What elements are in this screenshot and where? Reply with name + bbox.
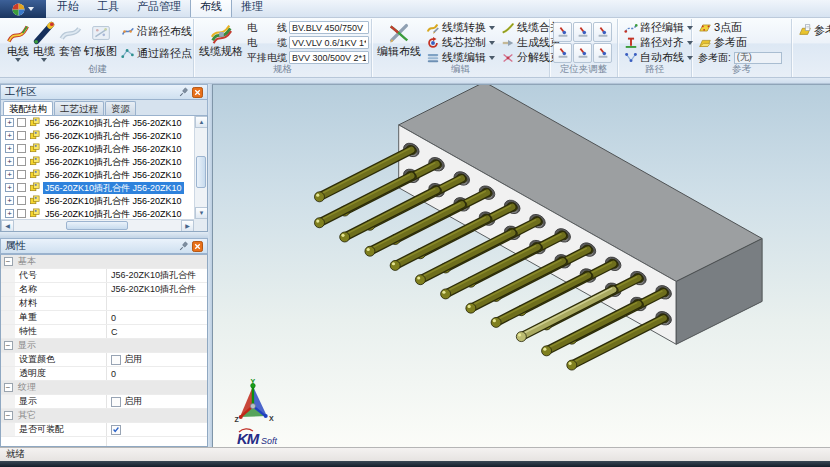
reference-plane-field[interactable] (734, 52, 782, 64)
connector-pin[interactable] (314, 170, 418, 228)
wire-spec-input[interactable] (289, 21, 369, 34)
pin-icon[interactable] (178, 87, 189, 98)
tab-布线[interactable]: 布线 (190, 0, 232, 17)
tree-expander-icon[interactable]: + (5, 170, 14, 179)
property-row[interactable]: 特性C (1, 325, 207, 339)
tree-row[interactable]: +J56-20ZK10插孔合件 J56-20ZK10 (1, 181, 207, 194)
connector-pin[interactable] (415, 227, 519, 285)
connector-pin[interactable] (340, 184, 444, 242)
pegboard-button[interactable]: 钉板图 (83, 20, 118, 65)
app-menu-button[interactable] (0, 0, 46, 18)
property-value[interactable]: 0 (107, 367, 207, 380)
through-path-points-button[interactable]: 通过路径点 (119, 47, 194, 61)
cable-convert-button[interactable]: 线缆转换 (424, 21, 497, 35)
collapse-icon[interactable]: − (4, 257, 13, 266)
tree-row[interactable]: +J56-20ZK10插孔合件 J56-20ZK10 (1, 116, 207, 129)
scroll-down-icon[interactable]: ▼ (195, 207, 208, 219)
collapse-icon[interactable]: − (4, 341, 13, 350)
cable-spec-button[interactable]: 线缆规格 (197, 20, 245, 65)
tree-row[interactable]: +J56-20ZK10插孔合件 J56-20ZK10 (1, 142, 207, 155)
horizontal-scroll-thumb[interactable] (66, 221, 128, 230)
connector-pin[interactable] (390, 212, 494, 270)
properties-pin-icon[interactable] (178, 241, 189, 252)
property-row[interactable]: 设置颜色启用 (1, 353, 207, 367)
tree-expander-icon[interactable]: + (5, 118, 14, 127)
connector-pin[interactable] (516, 283, 620, 341)
property-row[interactable]: 是否可装配 (1, 423, 207, 437)
property-value[interactable] (107, 297, 207, 310)
property-row[interactable]: 单重0 (1, 311, 207, 325)
property-row[interactable]: 材料 (1, 297, 207, 311)
tree-checkbox[interactable] (17, 183, 26, 192)
scroll-up-icon[interactable]: ▲ (195, 116, 208, 128)
property-row[interactable]: 代号J56-20ZK10插孔合件 (1, 269, 207, 283)
property-category[interactable]: −显示 (1, 339, 207, 353)
property-value[interactable]: 启用 (107, 353, 207, 366)
workspace-tab-工艺过程[interactable]: 工艺过程 (54, 101, 104, 115)
connector-pin[interactable] (441, 241, 545, 299)
properties-close-icon[interactable] (192, 241, 203, 252)
clamp-button-3[interactable] (593, 22, 612, 42)
collapse-icon[interactable]: − (4, 411, 13, 420)
tab-工具[interactable]: 工具 (88, 0, 128, 17)
tree-checkbox[interactable] (17, 118, 26, 127)
connector-pin[interactable] (542, 298, 646, 356)
tree-checkbox[interactable] (17, 157, 26, 166)
3d-scene[interactable]: YZXKMSoft (213, 85, 830, 447)
reference-plane-button[interactable]: 参考面 (696, 36, 782, 50)
cable-spec-input[interactable] (289, 36, 369, 49)
connector-pin[interactable] (365, 198, 469, 256)
tree-vertical-scrollbar[interactable]: ▲ ▼ (194, 116, 207, 219)
workspace-tab-资源[interactable]: 资源 (105, 101, 136, 115)
path-align-button[interactable]: 路径对齐 (622, 36, 695, 50)
checkbox[interactable] (111, 425, 121, 435)
tree-expander-icon[interactable]: + (5, 183, 14, 192)
tree-checkbox[interactable] (17, 170, 26, 179)
tree-expander-icon[interactable]: + (5, 144, 14, 153)
checkbox[interactable] (111, 355, 121, 365)
clamp-button-4[interactable] (553, 43, 572, 63)
clamp-button-5[interactable] (573, 43, 592, 63)
viewport-3d[interactable]: YZXKMSoft (212, 84, 830, 447)
property-value[interactable]: J56-20ZK10插孔合件 (107, 269, 207, 282)
scroll-left-icon[interactable]: ◀ (1, 220, 14, 232)
tree-checkbox[interactable] (17, 196, 26, 205)
path-edit-button[interactable]: 路径编辑 (622, 21, 695, 35)
connector-pin[interactable] (567, 312, 671, 370)
tree-checkbox[interactable] (17, 209, 26, 218)
property-value[interactable]: J56-20ZK10插孔合件 (107, 283, 207, 296)
connector-pin[interactable] (491, 269, 595, 327)
tree-checkbox[interactable] (17, 131, 26, 140)
clamp-button-6[interactable] (593, 43, 612, 63)
tree-expander-icon[interactable]: + (5, 196, 14, 205)
wire-button[interactable]: 电线 (5, 20, 31, 65)
tree-expander-icon[interactable]: + (5, 157, 14, 166)
core-control-button[interactable]: 线芯控制 (424, 36, 497, 50)
scroll-right-icon[interactable]: ▶ (181, 220, 194, 232)
property-value[interactable]: C (107, 325, 207, 338)
three-point-plane-button[interactable]: 3点面 (696, 21, 782, 35)
vertical-scroll-thumb[interactable] (196, 156, 206, 188)
property-row[interactable]: 显示启用 (1, 395, 207, 409)
route-along-path-button[interactable]: 沿路径布线 (119, 24, 194, 38)
property-value[interactable]: 启用 (107, 395, 207, 408)
close-icon[interactable] (192, 87, 203, 98)
tree-checkbox[interactable] (17, 144, 26, 153)
property-category[interactable]: −其它 (1, 409, 207, 423)
tree-expander-icon[interactable]: + (5, 209, 14, 218)
clamp-button-2[interactable] (573, 22, 592, 42)
tree-row[interactable]: +J56-20ZK10插孔合件 J56-20ZK10 (1, 129, 207, 142)
property-value[interactable]: 0 (107, 311, 207, 324)
workspace-tab-装配结构[interactable]: 装配结构 (3, 101, 53, 115)
property-category[interactable]: −基本 (1, 255, 207, 269)
tree-expander-icon[interactable]: + (5, 131, 14, 140)
property-category[interactable]: −纹理 (1, 381, 207, 395)
tree-horizontal-scrollbar[interactable]: ◀ ▶ (1, 219, 194, 231)
collapse-icon[interactable]: − (4, 383, 13, 392)
cable-button[interactable]: 电缆 (31, 20, 57, 65)
connector-pin[interactable] (466, 255, 570, 313)
clamp-button-1[interactable] (553, 22, 572, 42)
property-row[interactable]: 透明度0 (1, 367, 207, 381)
tree-row[interactable]: +J56-20ZK10插孔合件 J56-20ZK10 (1, 168, 207, 181)
sleeve-button[interactable]: 套管 (57, 20, 83, 65)
